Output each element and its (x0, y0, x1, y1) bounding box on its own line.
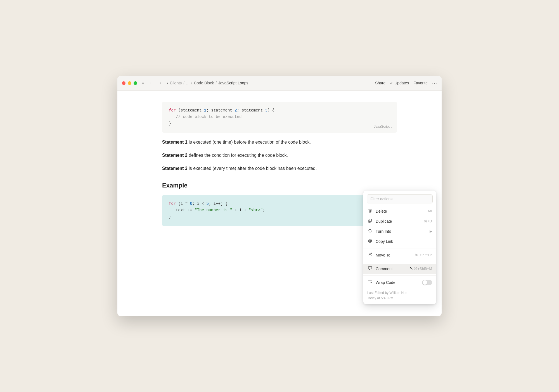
menu-item-turn-into[interactable]: Turn Into ▶ (363, 226, 436, 236)
turn-into-arrow: ▶ (430, 229, 432, 233)
move-to-shortcut: ⌘+Shift+P (414, 253, 432, 257)
example-heading: Example (162, 180, 397, 190)
footer-line2: Today at 5:48 PM (367, 296, 432, 301)
svg-rect-6 (369, 219, 371, 222)
maximize-button[interactable] (134, 81, 137, 85)
statement2-bold: Statement 2 (162, 153, 188, 158)
footer-line1: Last Edited by William Nutt (367, 290, 432, 296)
breadcrumb-sep1: / (183, 81, 184, 85)
comment-label: Comment (376, 267, 411, 271)
filter-actions-input[interactable] (367, 194, 433, 203)
share-button[interactable]: Share (375, 81, 385, 85)
code-line: for (i = 0; i < 5; i++) { (169, 201, 390, 207)
breadcrumb-current: JavaScript Loops (218, 81, 248, 85)
code-block-2[interactable]: for (i = 0; i < 5; i++) { text += "The n… (162, 195, 397, 226)
breadcrumb-code-block[interactable]: Code Block (194, 81, 214, 85)
menu-separator-3 (363, 275, 436, 276)
code-line: text += "The number is " + i + "<br>"; (169, 207, 390, 214)
statement1-bold: Statement 1 (162, 140, 188, 144)
turn-into-label: Turn Into (376, 229, 427, 234)
comment-icon (367, 266, 373, 272)
svg-rect-0 (368, 210, 372, 210)
statement1-text: is executed (one time) before the execut… (188, 140, 311, 144)
menu-footer: Last Edited by William Nutt Today at 5:4… (363, 288, 436, 302)
updates-button[interactable]: ✓ Updates (390, 81, 409, 85)
more-options-button[interactable]: ··· (432, 80, 437, 86)
menu-separator-2 (363, 262, 436, 262)
copy-link-label: Copy Link (376, 239, 432, 244)
delete-shortcut: Del (427, 209, 432, 213)
move-to-label: Move To (376, 253, 412, 257)
menu-separator-1 (363, 248, 436, 248)
statement3-bold: Statement 3 (162, 166, 188, 171)
titlebar: ≡ ← → ▪ Clients / ... / Code Block / Jav… (117, 76, 442, 91)
duplicate-label: Duplicate (376, 219, 421, 224)
paragraph-1: Statement 1 is executed (one time) befor… (162, 138, 397, 146)
menu-item-duplicate[interactable]: Duplicate ⌘+D (363, 216, 436, 226)
delete-icon (367, 208, 373, 214)
check-icon: ✓ (390, 81, 393, 85)
favorite-button[interactable]: Favorite (413, 81, 428, 85)
traffic-lights (122, 81, 137, 85)
updates-label: Updates (394, 81, 409, 85)
language-badge[interactable]: JavaScript (374, 124, 393, 129)
sidebar-toggle-icon[interactable]: ≡ (141, 79, 145, 87)
menu-item-comment[interactable]: Comment ⌘+Shift+M ↖ (363, 264, 436, 274)
minimize-button[interactable] (128, 81, 131, 85)
forward-button[interactable]: → (157, 79, 163, 87)
code-line: for (statement 1; statement 2; statement… (169, 107, 390, 114)
breadcrumb-sep2: / (191, 81, 192, 85)
delete-label: Delete (376, 209, 424, 213)
wrap-code-icon (367, 280, 373, 285)
copy-link-icon (367, 239, 373, 244)
paragraph-3: Statement 3 is executed (every time) aft… (162, 165, 397, 172)
breadcrumb-ellipsis[interactable]: ... (186, 81, 190, 85)
duplicate-shortcut: ⌘+D (424, 219, 432, 223)
statement2-text: defines the condition for executing the … (188, 153, 288, 158)
code-line: } (169, 120, 390, 127)
wrap-code-label: Wrap Code (376, 280, 419, 285)
statement3-text: is executed (every time) after the code … (188, 166, 317, 171)
duplicate-icon (367, 218, 373, 224)
breadcrumb: ▪ Clients / ... / Code Block / JavaScrip… (167, 81, 372, 85)
back-button[interactable]: ← (148, 79, 154, 87)
comment-shortcut: ⌘+Shift+M (414, 267, 432, 271)
code-line: } (169, 214, 390, 220)
wrap-code-toggle[interactable] (422, 280, 432, 285)
turn-into-icon (367, 229, 373, 234)
breadcrumb-clients[interactable]: Clients (170, 81, 182, 85)
titlebar-nav: ≡ ← → (141, 79, 163, 87)
workspace-icon: ▪ (167, 81, 168, 85)
code-block-1[interactable]: for (statement 1; statement 2; statement… (162, 102, 397, 133)
move-to-icon (367, 252, 373, 258)
context-menu: Delete Del Duplicate ⌘+D (363, 191, 436, 304)
code-line: // code block to be executed (169, 114, 390, 120)
context-menu-search-container (363, 193, 436, 206)
app-window: ≡ ← → ▪ Clients / ... / Code Block / Jav… (117, 76, 442, 316)
breadcrumb-sep3: / (215, 81, 217, 85)
svg-rect-1 (369, 209, 371, 209)
menu-item-wrap-code[interactable]: Wrap Code (363, 277, 436, 288)
close-button[interactable] (122, 81, 125, 85)
menu-item-copy-link[interactable]: Copy Link (363, 236, 436, 246)
titlebar-actions: Share ✓ Updates Favorite ··· (375, 80, 437, 86)
menu-item-move-to[interactable]: Move To ⌘+Shift+P (363, 250, 436, 260)
paragraph-2: Statement 2 defines the condition for ex… (162, 151, 397, 159)
menu-item-delete[interactable]: Delete Del (363, 206, 436, 216)
